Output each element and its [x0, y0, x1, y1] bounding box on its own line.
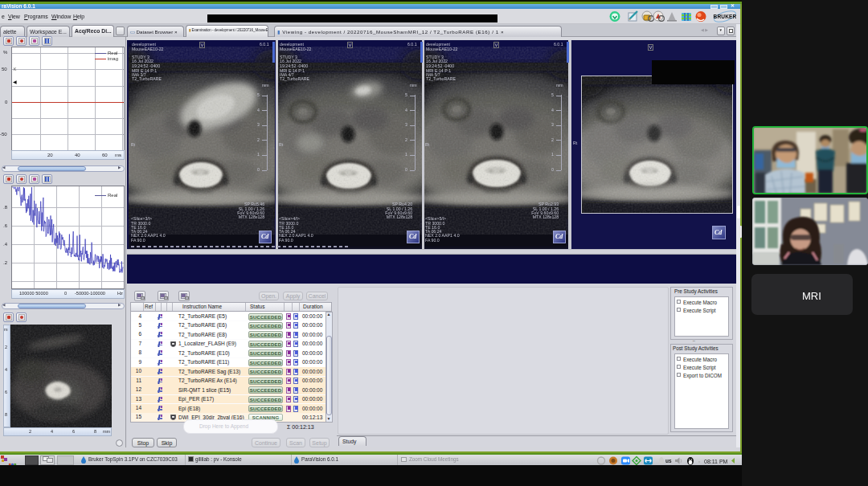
- svg-text:08:11 PM: 08:11 PM: [704, 459, 728, 464]
- svg-text:BRUKER: BRUKER: [713, 14, 736, 19]
- svg-text:us: us: [665, 458, 672, 464]
